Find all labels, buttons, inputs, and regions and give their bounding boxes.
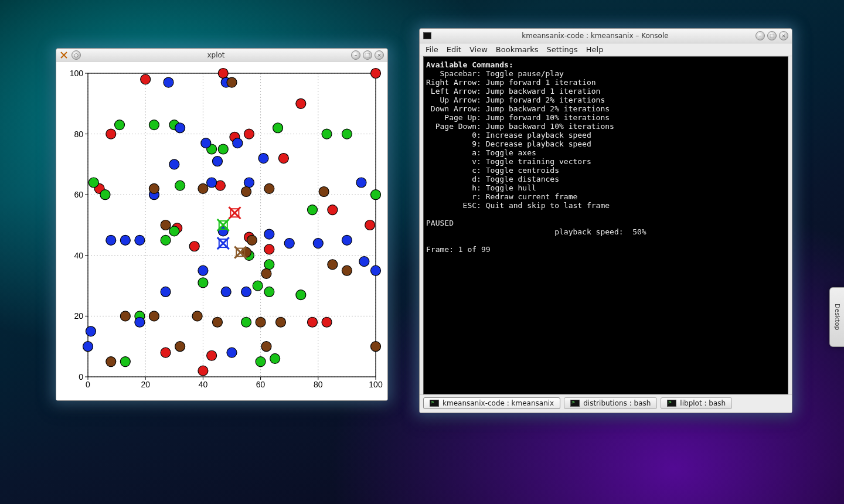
tab-label: kmeansanix-code : kmeansanix <box>443 399 554 407</box>
data-point <box>227 77 237 87</box>
xplot-titlebar[interactable]: ○ xplot – ⬚ × <box>56 49 387 62</box>
tab-label: libplot : bash <box>680 399 726 407</box>
data-point <box>371 190 381 200</box>
tab-distributions-bash[interactable]: distributions : bash <box>564 397 657 409</box>
data-point <box>241 317 251 327</box>
data-point <box>189 241 199 251</box>
x-app-icon <box>60 51 68 59</box>
minimize-button[interactable]: – <box>351 50 360 60</box>
data-point <box>161 287 171 297</box>
data-point <box>227 348 237 357</box>
data-point <box>161 220 171 230</box>
data-point <box>244 178 254 188</box>
data-point <box>241 287 251 297</box>
data-point <box>106 357 116 367</box>
data-point <box>135 235 145 245</box>
data-point <box>161 235 171 245</box>
svg-text:60: 60 <box>256 380 266 389</box>
menu-edit[interactable]: Edit <box>447 45 461 54</box>
close-button[interactable]: × <box>779 31 788 40</box>
data-point <box>313 239 323 248</box>
menu-file[interactable]: File <box>426 45 438 54</box>
data-point <box>278 154 288 164</box>
data-point <box>359 257 369 267</box>
svg-text:40: 40 <box>199 380 208 389</box>
data-point <box>247 235 257 245</box>
data-point <box>307 317 317 327</box>
svg-text:60: 60 <box>74 190 83 199</box>
data-point <box>296 98 306 108</box>
data-point <box>342 235 352 245</box>
data-point <box>264 287 274 297</box>
data-point <box>371 69 381 79</box>
svg-text:80: 80 <box>74 130 83 139</box>
data-point <box>264 229 274 239</box>
xplot-title: xplot <box>81 51 351 59</box>
xplot-plot-area: 020406080100020406080100 <box>56 62 387 400</box>
svg-text:100: 100 <box>70 69 84 78</box>
close-button[interactable]: × <box>375 50 384 60</box>
svg-text:20: 20 <box>141 380 150 389</box>
menu-view[interactable]: View <box>469 45 488 54</box>
data-point <box>192 311 202 321</box>
minimize-button[interactable]: – <box>755 31 765 40</box>
data-point <box>356 178 366 188</box>
data-point <box>212 317 222 327</box>
terminal-icon <box>423 32 431 40</box>
konsole-terminal-output[interactable]: Available Commands: Spacebar: Toggle pau… <box>423 56 788 394</box>
svg-rect-14 <box>88 73 376 377</box>
data-point <box>322 129 332 139</box>
centroid-brown <box>234 247 246 258</box>
konsole-window: kmeansanix-code : kmeansanix – Konsole –… <box>419 28 792 413</box>
data-point <box>264 183 274 193</box>
data-point <box>371 342 381 352</box>
menu-help[interactable]: Help <box>586 45 604 54</box>
data-point <box>201 138 211 148</box>
svg-text:20: 20 <box>74 311 83 321</box>
data-point <box>264 244 274 254</box>
data-point <box>275 317 285 327</box>
data-point <box>270 353 280 363</box>
data-point <box>212 156 222 166</box>
xplot-keep-above-button[interactable]: ○ <box>72 50 81 60</box>
data-point <box>198 265 208 275</box>
data-point <box>106 235 116 245</box>
data-point <box>149 120 159 130</box>
konsole-title: kmeansanix-code : kmeansanix – Konsole <box>435 32 755 40</box>
data-point <box>322 317 332 327</box>
svg-text:100: 100 <box>369 380 383 389</box>
xplot-window: ○ xplot – ⬚ × 020406080100020406080100 <box>56 48 388 401</box>
konsole-titlebar[interactable]: kmeansanix-code : kmeansanix – Konsole –… <box>420 29 792 43</box>
desktop-pager-label: Desktop <box>833 304 841 330</box>
data-point <box>256 357 266 367</box>
data-point <box>218 144 228 154</box>
data-point <box>284 239 294 248</box>
maximize-button[interactable]: ⬚ <box>363 50 372 60</box>
data-point <box>218 69 228 79</box>
data-point <box>264 260 274 270</box>
svg-text:80: 80 <box>314 380 323 389</box>
data-point <box>328 260 338 270</box>
data-point <box>86 326 96 336</box>
centroid-red <box>229 207 240 219</box>
centroid-blue <box>217 237 229 249</box>
terminal-icon <box>667 400 676 407</box>
tab-kmeansanix-code-kmeansanix[interactable]: kmeansanix-code : kmeansanix <box>423 397 560 409</box>
data-point <box>273 123 283 133</box>
data-point <box>244 129 254 139</box>
data-point <box>120 235 130 245</box>
svg-text:0: 0 <box>86 380 90 389</box>
menu-bookmarks[interactable]: Bookmarks <box>496 45 539 54</box>
data-point <box>198 183 208 193</box>
scatter-plot: 020406080100020406080100 <box>60 65 384 397</box>
desktop-pager[interactable]: Desktop <box>829 287 844 347</box>
terminal-icon <box>570 400 580 407</box>
tab-label: distributions : bash <box>583 399 651 407</box>
data-point <box>149 183 159 193</box>
data-point <box>141 74 151 84</box>
menu-settings[interactable]: Settings <box>546 45 577 54</box>
maximize-button[interactable]: ⬚ <box>767 31 777 40</box>
tab-libplot-bash[interactable]: libplot : bash <box>661 397 732 409</box>
data-point <box>175 181 185 190</box>
data-point <box>106 129 116 139</box>
